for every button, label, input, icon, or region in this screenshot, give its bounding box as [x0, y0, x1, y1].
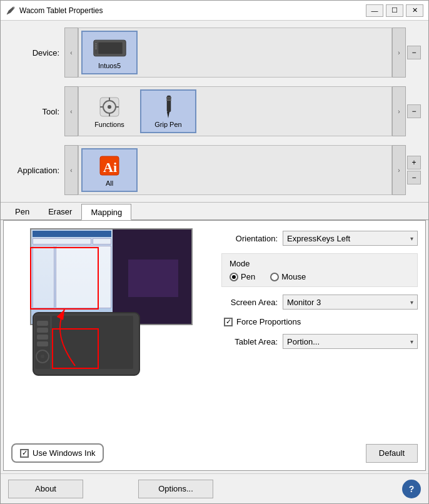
app-plus-button[interactable]: +: [407, 156, 421, 169]
svg-rect-18: [166, 97, 171, 99]
radio-pen[interactable]: Pen: [230, 272, 255, 281]
tool-minus-button[interactable]: −: [407, 104, 421, 118]
functions-icon: [97, 94, 122, 119]
window: Wacom Tablet Properties — ☐ ✕ Device: ‹: [0, 0, 429, 504]
close-button[interactable]: ✕: [406, 4, 423, 17]
mode-label: Mode: [230, 259, 410, 268]
tool-card-grip-pen[interactable]: Grip Pen: [140, 89, 196, 133]
svg-rect-28: [37, 341, 48, 346]
screen-area-dropdown-arrow: ▾: [410, 299, 413, 306]
all-apps-icon: Ai: [97, 153, 122, 178]
mapping-tab-content: Orientation: ExpressKeys Left ▾ Mode: [3, 220, 426, 471]
device-name-intuos5: Intuos5: [98, 62, 121, 69]
tool-name-grip-pen: Grip Pen: [154, 121, 181, 128]
screen-area-label: Screen Area:: [221, 298, 278, 307]
intuos5-icon: [93, 36, 127, 61]
tab-bottom-bar: Use Windows Ink Default: [11, 437, 418, 463]
tablet-area-dropdown-arrow: ▾: [410, 338, 413, 345]
window-title: Wacom Tablet Properties: [19, 6, 366, 15]
orientation-dropdown-arrow: ▾: [410, 235, 413, 242]
app-name-all: All: [106, 179, 113, 187]
help-button[interactable]: ?: [402, 480, 421, 498]
maximize-button[interactable]: ☐: [386, 4, 403, 17]
orientation-label: Orientation:: [221, 234, 278, 243]
screen-area-row: Screen Area: Monitor 3 ▾: [221, 295, 418, 310]
svg-rect-27: [37, 335, 48, 340]
device-side-buttons: −: [407, 46, 421, 59]
svg-point-8: [95, 48, 96, 49]
radio-pen-circle: [230, 273, 238, 281]
svg-rect-19: [166, 99, 171, 101]
windows-ink-checkbox[interactable]: [20, 449, 29, 458]
minimize-button[interactable]: —: [366, 4, 383, 17]
tab-main-content: Orientation: ExpressKeys Left ▾ Mode: [11, 228, 418, 437]
svg-rect-3: [98, 43, 123, 54]
tablet-area-dropdown[interactable]: Portion... ▾: [283, 334, 418, 349]
device-card-intuos5[interactable]: Intuos5: [81, 31, 138, 74]
windows-ink-label: Use Windows Ink: [33, 448, 95, 458]
device-next-button[interactable]: ›: [392, 28, 406, 78]
screen-selection-box: [30, 247, 99, 310]
tab-eraser[interactable]: Eraser: [39, 203, 81, 219]
tool-side-buttons: −: [407, 104, 421, 118]
app-next-button[interactable]: ›: [392, 145, 406, 195]
tablet-selection-box: [52, 328, 99, 369]
windows-ink-container[interactable]: Use Windows Ink: [11, 443, 104, 463]
tool-row: Tool: ‹ Functions: [8, 83, 421, 139]
app-icon: [6, 6, 16, 16]
tab-mapping[interactable]: Mapping: [81, 204, 131, 220]
radio-pen-label: Pen: [241, 272, 255, 281]
force-proportions-label: Force Proportions: [236, 317, 301, 326]
mapping-controls: Orientation: ExpressKeys Left ▾ Mode: [221, 228, 418, 437]
tab-pen[interactable]: Pen: [6, 203, 39, 219]
orientation-row: Orientation: ExpressKeys Left ▾: [221, 231, 418, 246]
app-minus-button[interactable]: −: [407, 171, 421, 184]
grip-pen-icon: [156, 94, 181, 119]
radio-row: Pen Mouse: [230, 272, 410, 281]
svg-marker-17: [167, 112, 169, 118]
app-label: Application:: [8, 166, 64, 175]
svg-point-5: [95, 43, 96, 44]
options-button[interactable]: Options...: [138, 480, 213, 498]
svg-text:Ai: Ai: [103, 159, 117, 175]
tool-prev-button[interactable]: ‹: [64, 86, 78, 136]
app-content: Ai All: [78, 145, 392, 195]
tool-card-functions[interactable]: Functions: [81, 89, 138, 133]
device-prev-button[interactable]: ‹: [64, 28, 78, 78]
svg-rect-25: [37, 321, 48, 326]
radio-mouse-label: Mouse: [281, 272, 306, 281]
app-prev-button[interactable]: ‹: [64, 145, 78, 195]
tool-name-functions: Functions: [94, 121, 124, 128]
tab-content-inner: Orientation: ExpressKeys Left ▾ Mode: [11, 228, 418, 463]
app-card-all[interactable]: Ai All: [81, 148, 138, 192]
svg-point-11: [108, 105, 111, 109]
device-minus-button[interactable]: −: [407, 46, 421, 59]
tool-next-button[interactable]: ›: [392, 86, 406, 136]
mapping-diagram: [11, 228, 199, 403]
window-controls: — ☐ ✕: [366, 4, 423, 17]
orientation-dropdown[interactable]: ExpressKeys Left ▾: [283, 231, 418, 246]
tool-label: Tool:: [8, 107, 64, 116]
device-label: Device:: [8, 48, 64, 58]
about-button[interactable]: About: [8, 480, 83, 498]
title-bar: Wacom Tablet Properties — ☐ ✕: [1, 1, 428, 21]
svg-point-6: [95, 45, 96, 46]
tablet-area-row: Tablet Area: Portion... ▾: [221, 334, 418, 349]
tab-bar: Pen Eraser Mapping: [1, 203, 428, 220]
app-side-buttons: + −: [407, 156, 421, 184]
mode-section: Mode Pen Mouse: [221, 253, 418, 287]
orientation-value: ExpressKeys Left: [287, 234, 350, 243]
radio-mouse-circle: [270, 273, 279, 281]
device-content: Intuos5: [78, 28, 392, 78]
tablet-area-label: Tablet Area:: [221, 337, 278, 346]
screen-area-dropdown[interactable]: Monitor 3 ▾: [283, 295, 418, 310]
footer-bar: About Options... ?: [1, 473, 428, 503]
default-button[interactable]: Default: [366, 444, 418, 463]
svg-point-30: [41, 355, 44, 358]
force-proportions-checkbox[interactable]: [224, 318, 233, 326]
mapping-illustration: [11, 228, 211, 437]
tab-area: Pen Eraser Mapping: [1, 202, 428, 473]
radio-mouse[interactable]: Mouse: [270, 272, 306, 281]
tool-content: Functions Grip Pen: [78, 86, 392, 136]
selector-rows: Device: ‹ Intuos5 ›: [1, 21, 428, 202]
